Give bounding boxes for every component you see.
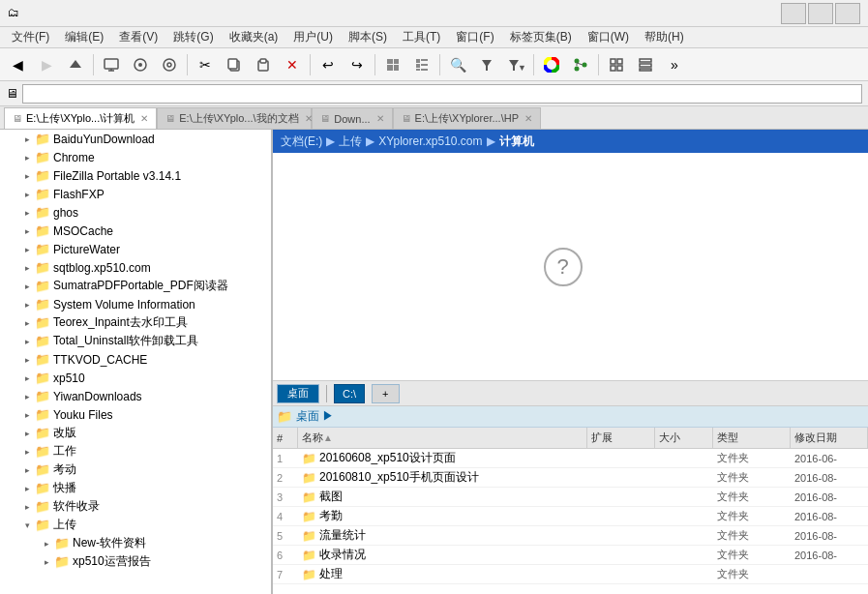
breadcrumb-item-docs[interactable]: 文档(E:) <box>281 134 322 150</box>
tree-item-msocache[interactable]: ▸ 📁 MSOCache <box>0 222 271 240</box>
toolbar-btn-grid1[interactable] <box>603 51 630 78</box>
tree-item-gaiban[interactable]: ▸ 📁 改版 <box>0 424 271 442</box>
menu-item-goto[interactable]: 跳转(G) <box>165 27 221 47</box>
tree-item-kuaibo[interactable]: ▸ 📁 快播 <box>0 479 271 497</box>
tab-tab1[interactable]: 🖥E:\上传\XYplo...\计算机✕ <box>4 107 157 129</box>
tree-expand-btn[interactable]: ▸ <box>19 132 35 147</box>
breadcrumb-item-upload[interactable]: 上传 <box>339 134 362 150</box>
col-header-num[interactable]: # <box>273 428 298 448</box>
file-row[interactable]: 3 📁 截图 文件夹 2016-08- <box>273 488 868 507</box>
toolbar-btn-paste[interactable] <box>250 51 277 78</box>
forward-button[interactable]: ▶ <box>33 51 60 78</box>
file-row[interactable]: 2 📁 20160810_xp510手机页面设计 文件夹 2016-08- <box>273 468 868 488</box>
close-button[interactable] <box>835 3 860 24</box>
menu-item-tabs[interactable]: 标签页集(B) <box>502 27 580 47</box>
tree-item-youku[interactable]: ▸ 📁 Youku Files <box>0 405 271 424</box>
tree-expand-btn[interactable]: ▸ <box>39 554 54 570</box>
file-row[interactable]: 1 📁 20160608_xp510设计页面 文件夹 2016-06- <box>273 449 868 468</box>
tree-expand-btn[interactable]: ▸ <box>19 352 35 368</box>
col-header-ext[interactable]: 扩展 <box>587 428 655 448</box>
tree-expand-btn[interactable]: ▸ <box>19 205 35 221</box>
toolbar-more-button[interactable]: » <box>661 51 688 78</box>
toolbar-btn-color[interactable] <box>538 51 565 78</box>
tree-expand-btn[interactable]: ▸ <box>19 462 35 478</box>
tree-expand-btn[interactable]: ▸ <box>19 150 35 165</box>
filter-button2[interactable]: ▼ <box>502 51 529 78</box>
bottom-tab-desktop[interactable]: 桌面 <box>277 384 319 403</box>
tab-close-btn[interactable]: ✕ <box>524 113 532 124</box>
breadcrumb-item-xyplorer[interactable]: XYplorer.xp510.com <box>378 134 482 148</box>
toolbar-btn-cut[interactable]: ✂ <box>192 51 219 78</box>
col-header-date[interactable]: 修改日期 <box>791 428 868 448</box>
menu-item-user[interactable]: 用户(U) <box>285 27 341 47</box>
tree-item-xp510yunying[interactable]: ▸ 📁 xp510运营报告 <box>0 552 271 571</box>
tree-expand-btn[interactable]: ▸ <box>19 371 35 386</box>
restore-button[interactable] <box>808 3 833 24</box>
tree-expand-btn[interactable]: ▸ <box>19 389 35 404</box>
tree-item-shangchuan[interactable]: ▾ 📁 上传 <box>0 516 271 534</box>
tree-expand-btn[interactable]: ▸ <box>19 444 35 460</box>
bottom-path-button[interactable]: C:\ <box>334 384 365 403</box>
menu-item-favorite[interactable]: 收藏夹(a) <box>222 27 286 47</box>
tree-item-chrome[interactable]: ▸ 📁 Chrome <box>0 148 271 166</box>
back-button[interactable]: ◀ <box>4 51 31 78</box>
menu-item-winmenu[interactable]: 窗口(W) <box>580 27 637 47</box>
tree-expand-btn[interactable]: ▸ <box>19 407 35 423</box>
tree-expand-btn[interactable]: ▸ <box>39 536 54 551</box>
file-row[interactable]: 6 📁 收录情况 文件夹 2016-08- <box>273 546 868 565</box>
tree-item-kaodong[interactable]: ▸ 📁 考动 <box>0 460 271 479</box>
tree-expand-btn[interactable]: ▸ <box>19 187 35 202</box>
toolbar-btn-circle2[interactable] <box>156 51 183 78</box>
tree-item-sqtblog[interactable]: ▸ 📁 sqtblog.xp510.com <box>0 258 271 277</box>
toolbar-btn-copy[interactable] <box>221 51 248 78</box>
tree-item-yiwan[interactable]: ▸ 📁 YiwanDownloads <box>0 387 271 405</box>
tree-expand-btn[interactable]: ▸ <box>19 260 35 276</box>
search-button[interactable]: 🔍 <box>444 51 471 78</box>
toolbar-btn-grid2[interactable] <box>632 51 659 78</box>
tree-item-xp510[interactable]: ▸ 📁 xp510 <box>0 369 271 387</box>
menu-item-window[interactable]: 窗口(F) <box>448 27 501 47</box>
tree-item-new-ruanjian[interactable]: ▸ 📁 New-软件资料 <box>0 534 271 552</box>
tree-item-flashfxp[interactable]: ▸ 📁 FlashFXP <box>0 185 271 203</box>
toolbar-btn-circle1[interactable] <box>127 51 154 78</box>
toolbar-btn-redo[interactable]: ↪ <box>344 51 371 78</box>
bottom-add-button[interactable]: + <box>372 384 399 403</box>
tree-item-baidu[interactable]: ▸ 📁 BaiduYunDownload <box>0 130 271 148</box>
col-header-type[interactable]: 类型 <box>713 428 791 448</box>
filter-button1[interactable] <box>473 51 500 78</box>
file-row[interactable]: 5 📁 流量统计 文件夹 2016-08- <box>273 526 868 546</box>
tree-item-sysvolinfo[interactable]: ▸ 📁 System Volume Information <box>0 295 271 313</box>
tree-item-picturewater[interactable]: ▸ 📁 PictureWater <box>0 240 271 258</box>
menu-item-help[interactable]: 帮助(H) <box>637 27 692 47</box>
file-row[interactable]: 4 📁 考勤 文件夹 2016-08- <box>273 507 868 526</box>
col-header-name[interactable]: 名称 ▲ <box>298 428 587 448</box>
file-row[interactable]: 7 📁 处理 文件夹 <box>273 565 868 584</box>
menu-item-file[interactable]: 文件(F) <box>4 27 57 47</box>
tree-item-ghos[interactable]: ▸ 📁 ghos <box>0 203 271 222</box>
tree-item-gongzuo[interactable]: ▸ 📁 工作 <box>0 442 271 460</box>
menu-item-script[interactable]: 脚本(S) <box>341 27 395 47</box>
tree-item-teorex[interactable]: ▸ 📁 Teorex_Inpaint去水印工具 <box>0 313 271 332</box>
tree-item-ttkvod[interactable]: ▸ 📁 TTKVOD_CACHE <box>0 350 271 369</box>
tree-expand-btn[interactable]: ▸ <box>19 426 35 441</box>
toolbar-btn-b2[interactable] <box>408 51 435 78</box>
tree-expand-btn[interactable]: ▸ <box>19 481 35 496</box>
tree-expand-btn[interactable]: ▸ <box>19 334 35 349</box>
minimize-button[interactable] <box>781 3 806 24</box>
tree-expand-btn[interactable]: ▸ <box>19 499 35 515</box>
tab-tab3[interactable]: 🖥Down...✕ <box>312 107 392 129</box>
tree-expand-btn[interactable]: ▸ <box>19 279 35 294</box>
menu-item-edit[interactable]: 编辑(E) <box>57 27 111 47</box>
tree-expand-btn[interactable]: ▸ <box>19 315 35 331</box>
tab-tab4[interactable]: 🖥E:\上传\XYplorer...\HP✕ <box>393 107 541 129</box>
tree-expand-btn[interactable]: ▸ <box>19 242 35 257</box>
toolbar-btn-tree[interactable] <box>567 51 594 78</box>
tree-item-filezilla[interactable]: ▸ 📁 FileZilla Portable v3.14.1 <box>0 166 271 185</box>
tree-item-ruanjian[interactable]: ▸ 📁 软件收录 <box>0 497 271 516</box>
tree-expand-btn[interactable]: ▾ <box>19 518 35 533</box>
tree-item-totaluninstall[interactable]: ▸ 📁 Total_Uninstall软件卸载工具 <box>0 332 271 350</box>
toolbar-btn-b1[interactable] <box>379 51 406 78</box>
tab-close-btn[interactable]: ✕ <box>140 113 148 124</box>
tree-expand-btn[interactable]: ▸ <box>19 223 35 239</box>
up-button[interactable] <box>62 51 89 78</box>
